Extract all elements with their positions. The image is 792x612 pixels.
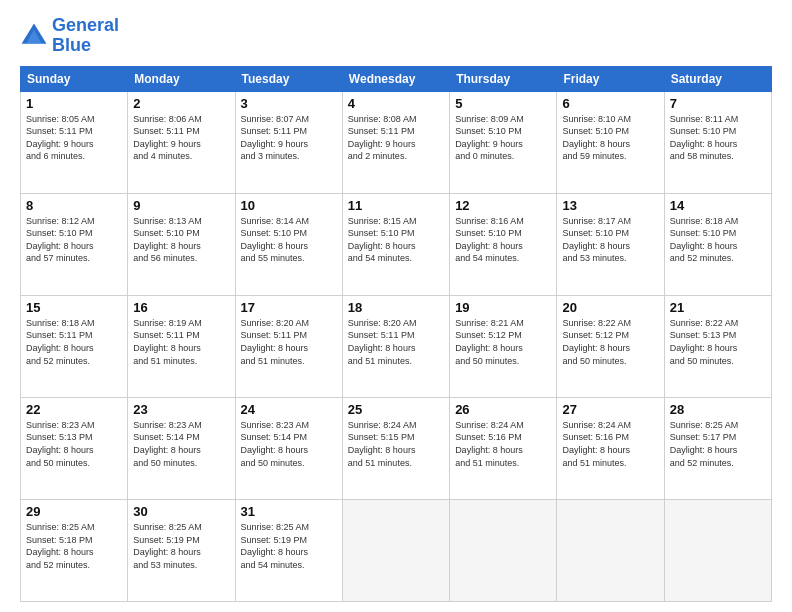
calendar-cell: 24Sunrise: 8:23 AMSunset: 5:14 PMDayligh… (235, 397, 342, 499)
day-number: 3 (241, 96, 337, 111)
day-number: 20 (562, 300, 658, 315)
cell-text: Sunrise: 8:22 AMSunset: 5:12 PMDaylight:… (562, 317, 658, 367)
cell-text: Sunrise: 8:09 AMSunset: 5:10 PMDaylight:… (455, 113, 551, 163)
logo: General Blue (20, 16, 119, 56)
weekday-header-sunday: Sunday (21, 66, 128, 91)
calendar-cell: 7Sunrise: 8:11 AMSunset: 5:10 PMDaylight… (664, 91, 771, 193)
calendar-header-row: SundayMondayTuesdayWednesdayThursdayFrid… (21, 66, 772, 91)
weekday-header-thursday: Thursday (450, 66, 557, 91)
calendar-cell: 8Sunrise: 8:12 AMSunset: 5:10 PMDaylight… (21, 193, 128, 295)
cell-text: Sunrise: 8:21 AMSunset: 5:12 PMDaylight:… (455, 317, 551, 367)
cell-text: Sunrise: 8:11 AMSunset: 5:10 PMDaylight:… (670, 113, 766, 163)
week-row-2: 8Sunrise: 8:12 AMSunset: 5:10 PMDaylight… (21, 193, 772, 295)
calendar-cell: 27Sunrise: 8:24 AMSunset: 5:16 PMDayligh… (557, 397, 664, 499)
day-number: 16 (133, 300, 229, 315)
cell-text: Sunrise: 8:05 AMSunset: 5:11 PMDaylight:… (26, 113, 122, 163)
page: General Blue SundayMondayTuesdayWednesda… (0, 0, 792, 612)
calendar-cell: 6Sunrise: 8:10 AMSunset: 5:10 PMDaylight… (557, 91, 664, 193)
cell-text: Sunrise: 8:06 AMSunset: 5:11 PMDaylight:… (133, 113, 229, 163)
cell-text: Sunrise: 8:24 AMSunset: 5:15 PMDaylight:… (348, 419, 444, 469)
calendar-cell: 21Sunrise: 8:22 AMSunset: 5:13 PMDayligh… (664, 295, 771, 397)
cell-text: Sunrise: 8:23 AMSunset: 5:14 PMDaylight:… (133, 419, 229, 469)
cell-text: Sunrise: 8:15 AMSunset: 5:10 PMDaylight:… (348, 215, 444, 265)
cell-text: Sunrise: 8:13 AMSunset: 5:10 PMDaylight:… (133, 215, 229, 265)
cell-text: Sunrise: 8:19 AMSunset: 5:11 PMDaylight:… (133, 317, 229, 367)
day-number: 8 (26, 198, 122, 213)
cell-text: Sunrise: 8:16 AMSunset: 5:10 PMDaylight:… (455, 215, 551, 265)
day-number: 22 (26, 402, 122, 417)
day-number: 10 (241, 198, 337, 213)
weekday-header-wednesday: Wednesday (342, 66, 449, 91)
cell-text: Sunrise: 8:14 AMSunset: 5:10 PMDaylight:… (241, 215, 337, 265)
day-number: 27 (562, 402, 658, 417)
calendar-cell: 12Sunrise: 8:16 AMSunset: 5:10 PMDayligh… (450, 193, 557, 295)
cell-text: Sunrise: 8:18 AMSunset: 5:11 PMDaylight:… (26, 317, 122, 367)
calendar-cell: 29Sunrise: 8:25 AMSunset: 5:18 PMDayligh… (21, 499, 128, 601)
day-number: 14 (670, 198, 766, 213)
calendar-cell: 10Sunrise: 8:14 AMSunset: 5:10 PMDayligh… (235, 193, 342, 295)
logo-line1: General (52, 16, 119, 36)
day-number: 19 (455, 300, 551, 315)
calendar-cell: 5Sunrise: 8:09 AMSunset: 5:10 PMDaylight… (450, 91, 557, 193)
calendar-cell: 18Sunrise: 8:20 AMSunset: 5:11 PMDayligh… (342, 295, 449, 397)
cell-text: Sunrise: 8:22 AMSunset: 5:13 PMDaylight:… (670, 317, 766, 367)
day-number: 29 (26, 504, 122, 519)
calendar-cell (557, 499, 664, 601)
week-row-4: 22Sunrise: 8:23 AMSunset: 5:13 PMDayligh… (21, 397, 772, 499)
day-number: 25 (348, 402, 444, 417)
cell-text: Sunrise: 8:25 AMSunset: 5:19 PMDaylight:… (133, 521, 229, 571)
calendar-cell: 28Sunrise: 8:25 AMSunset: 5:17 PMDayligh… (664, 397, 771, 499)
calendar-cell: 25Sunrise: 8:24 AMSunset: 5:15 PMDayligh… (342, 397, 449, 499)
calendar-cell: 14Sunrise: 8:18 AMSunset: 5:10 PMDayligh… (664, 193, 771, 295)
weekday-header-monday: Monday (128, 66, 235, 91)
calendar-cell: 30Sunrise: 8:25 AMSunset: 5:19 PMDayligh… (128, 499, 235, 601)
week-row-5: 29Sunrise: 8:25 AMSunset: 5:18 PMDayligh… (21, 499, 772, 601)
day-number: 21 (670, 300, 766, 315)
day-number: 11 (348, 198, 444, 213)
calendar-table: SundayMondayTuesdayWednesdayThursdayFrid… (20, 66, 772, 602)
day-number: 24 (241, 402, 337, 417)
day-number: 6 (562, 96, 658, 111)
day-number: 7 (670, 96, 766, 111)
weekday-header-saturday: Saturday (664, 66, 771, 91)
day-number: 13 (562, 198, 658, 213)
calendar-cell: 4Sunrise: 8:08 AMSunset: 5:11 PMDaylight… (342, 91, 449, 193)
calendar-cell: 11Sunrise: 8:15 AMSunset: 5:10 PMDayligh… (342, 193, 449, 295)
logo-line2: Blue (52, 36, 119, 56)
calendar-cell: 1Sunrise: 8:05 AMSunset: 5:11 PMDaylight… (21, 91, 128, 193)
cell-text: Sunrise: 8:08 AMSunset: 5:11 PMDaylight:… (348, 113, 444, 163)
weekday-header-friday: Friday (557, 66, 664, 91)
calendar-body: 1Sunrise: 8:05 AMSunset: 5:11 PMDaylight… (21, 91, 772, 601)
cell-text: Sunrise: 8:25 AMSunset: 5:19 PMDaylight:… (241, 521, 337, 571)
day-number: 30 (133, 504, 229, 519)
day-number: 2 (133, 96, 229, 111)
day-number: 5 (455, 96, 551, 111)
day-number: 9 (133, 198, 229, 213)
cell-text: Sunrise: 8:20 AMSunset: 5:11 PMDaylight:… (348, 317, 444, 367)
day-number: 28 (670, 402, 766, 417)
calendar-cell: 17Sunrise: 8:20 AMSunset: 5:11 PMDayligh… (235, 295, 342, 397)
calendar-cell: 20Sunrise: 8:22 AMSunset: 5:12 PMDayligh… (557, 295, 664, 397)
calendar-cell: 31Sunrise: 8:25 AMSunset: 5:19 PMDayligh… (235, 499, 342, 601)
cell-text: Sunrise: 8:23 AMSunset: 5:14 PMDaylight:… (241, 419, 337, 469)
day-number: 4 (348, 96, 444, 111)
cell-text: Sunrise: 8:10 AMSunset: 5:10 PMDaylight:… (562, 113, 658, 163)
cell-text: Sunrise: 8:18 AMSunset: 5:10 PMDaylight:… (670, 215, 766, 265)
calendar-cell: 9Sunrise: 8:13 AMSunset: 5:10 PMDaylight… (128, 193, 235, 295)
cell-text: Sunrise: 8:24 AMSunset: 5:16 PMDaylight:… (455, 419, 551, 469)
calendar-cell: 23Sunrise: 8:23 AMSunset: 5:14 PMDayligh… (128, 397, 235, 499)
cell-text: Sunrise: 8:25 AMSunset: 5:18 PMDaylight:… (26, 521, 122, 571)
day-number: 1 (26, 96, 122, 111)
cell-text: Sunrise: 8:17 AMSunset: 5:10 PMDaylight:… (562, 215, 658, 265)
day-number: 18 (348, 300, 444, 315)
day-number: 15 (26, 300, 122, 315)
calendar-cell (342, 499, 449, 601)
header: General Blue (20, 16, 772, 56)
day-number: 31 (241, 504, 337, 519)
cell-text: Sunrise: 8:20 AMSunset: 5:11 PMDaylight:… (241, 317, 337, 367)
cell-text: Sunrise: 8:24 AMSunset: 5:16 PMDaylight:… (562, 419, 658, 469)
cell-text: Sunrise: 8:07 AMSunset: 5:11 PMDaylight:… (241, 113, 337, 163)
week-row-3: 15Sunrise: 8:18 AMSunset: 5:11 PMDayligh… (21, 295, 772, 397)
weekday-header-tuesday: Tuesday (235, 66, 342, 91)
day-number: 17 (241, 300, 337, 315)
